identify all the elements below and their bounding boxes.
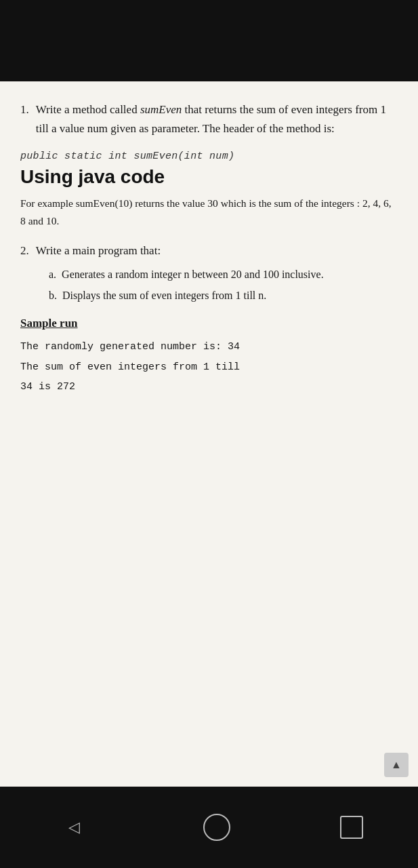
code-signature: public static int sumEven(int num) bbox=[20, 151, 398, 162]
home-button[interactable] bbox=[203, 814, 230, 841]
question-2-text: Write a main program that: bbox=[36, 241, 161, 260]
output-line-3: 34 is 272 bbox=[20, 378, 398, 396]
sample-run-label: Sample run bbox=[20, 317, 398, 330]
sub-a-label: a. bbox=[49, 266, 56, 283]
question-1-number: 1. bbox=[20, 100, 29, 138]
scroll-up-button[interactable] bbox=[384, 753, 409, 777]
top-bar bbox=[0, 0, 418, 81]
method-name-italic: sumEven bbox=[140, 103, 182, 116]
question-2-header: 2. Write a main program that: bbox=[20, 241, 398, 260]
content-area: 1. Write a method called sumEven that re… bbox=[0, 81, 418, 787]
question-2-number: 2. bbox=[20, 241, 29, 260]
bottom-navigation: ◁ bbox=[0, 787, 418, 868]
question-1-text: Write a method called sumEven that retur… bbox=[36, 100, 398, 138]
sub-items-list: a. Generates a random integer n between … bbox=[49, 266, 398, 304]
sub-b-label: b. bbox=[49, 287, 57, 304]
question-1-block: 1. Write a method called sumEven that re… bbox=[20, 100, 398, 138]
output-line-1: The randomly generated number is: 34 bbox=[20, 338, 398, 356]
example-block: For example sumEven(10) returns the valu… bbox=[20, 195, 398, 229]
question-2-block: 2. Write a main program that: a. Generat… bbox=[20, 241, 398, 304]
sub-b-text: Displays the sum of even integers from 1… bbox=[62, 287, 266, 304]
output-line-2-part1: The sum of even integers from 1 till bbox=[20, 361, 240, 373]
back-button[interactable]: ◁ bbox=[55, 812, 93, 843]
using-java-heading: Using java code bbox=[20, 166, 398, 188]
sub-a-text: Generates a random integer n between 20 … bbox=[62, 266, 324, 283]
sub-item-b: b. Displays the sum of even integers fro… bbox=[49, 287, 398, 304]
output-line-2: The sum of even integers from 1 till bbox=[20, 359, 398, 376]
sub-item-a: a. Generates a random integer n between … bbox=[49, 266, 398, 283]
recent-button[interactable] bbox=[340, 816, 363, 839]
